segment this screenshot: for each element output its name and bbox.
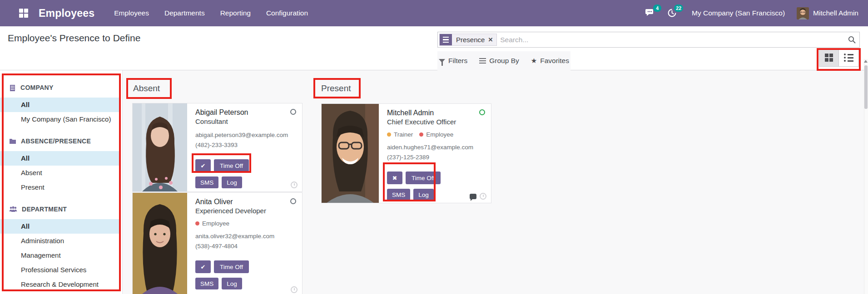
activity-clock-icon[interactable] <box>291 286 298 293</box>
facet-remove-icon[interactable]: ✕ <box>488 36 496 43</box>
tag-label: Employee <box>202 220 229 227</box>
menu-configuration[interactable]: Configuration <box>258 0 316 26</box>
messages-icon[interactable]: 4 <box>645 8 656 18</box>
menu-departments[interactable]: Departments <box>157 0 213 26</box>
card-body: Mitchell Admin Chief Executive Officer T… <box>379 104 491 203</box>
company-switcher[interactable]: My Company (San Francisco) <box>692 9 785 17</box>
menu-reporting[interactable]: Reporting <box>213 0 258 26</box>
folder-icon <box>9 138 16 144</box>
sidebar-section-company: COMPANY All My Company (San Francisco) <box>0 84 122 127</box>
top-navbar: Employees Employees Departments Reportin… <box>0 0 868 26</box>
log-button[interactable]: Log <box>222 176 242 188</box>
page-title: Employee's Presence to Define <box>8 33 140 44</box>
navbar-left: Employees Employees Departments Reportin… <box>0 0 316 26</box>
mark-present-button[interactable]: ✔ <box>195 159 211 172</box>
presence-button-row: ✔ Time Off <box>195 260 297 273</box>
search-icon[interactable] <box>844 32 859 47</box>
contact-button-row: SMS Log <box>195 278 297 289</box>
section-header-department: DEPARTMENT <box>9 206 122 213</box>
sidebar-item-department-all[interactable]: All <box>0 219 119 234</box>
favorites-button[interactable]: ★ Favorites <box>531 57 569 65</box>
tag-label: Employee <box>426 131 453 138</box>
employee-email[interactable]: abigail.peterson39@example.com <box>195 131 297 139</box>
tag-trainer[interactable]: Trainer <box>387 131 413 138</box>
sidebar-item-professional-services[interactable]: Professional Services <box>0 263 119 277</box>
employee-name[interactable]: Anita Oliver <box>195 197 297 206</box>
employee-card-anita-oliver[interactable]: Anita Oliver Experienced Developer Emplo… <box>132 192 303 294</box>
sidebar-item-company-all[interactable]: All <box>0 98 119 112</box>
time-off-button[interactable]: Time Off <box>214 260 249 273</box>
activity-clock-icon[interactable] <box>480 193 486 200</box>
favorites-label: Favorites <box>540 57 569 65</box>
contact-button-row: SMS Log <box>195 176 297 188</box>
sidebar-item-research-development[interactable]: Research & Development <box>0 277 119 292</box>
column-header-present[interactable]: Present <box>321 83 351 93</box>
facet-label: Presence <box>452 36 488 44</box>
time-off-button[interactable]: Time Off <box>214 159 249 172</box>
sms-button[interactable]: SMS <box>195 176 218 188</box>
sidebar-item-absent[interactable]: Absent <box>0 166 119 180</box>
sidebar-item-my-company[interactable]: My Company (San Francisco) <box>0 112 119 127</box>
log-button[interactable]: Log <box>413 189 434 201</box>
sidebar-item-presence-all[interactable]: All <box>0 151 119 166</box>
card-footer-icons <box>470 193 486 200</box>
card-body: Anita Oliver Experienced Developer Emplo… <box>187 193 302 294</box>
employee-photo <box>322 104 379 203</box>
user-menu[interactable]: Mitchell Admin <box>813 9 858 17</box>
message-bubble-icon[interactable] <box>470 194 476 199</box>
tag-dot-icon <box>419 132 423 137</box>
card-body: Abigail Peterson Consultant abigail.pete… <box>187 103 302 191</box>
menu-employees[interactable]: Employees <box>106 0 157 26</box>
sidebar-item-management[interactable]: Management <box>0 248 119 263</box>
tag-employee[interactable]: Employee <box>195 220 229 227</box>
kanban-view-button[interactable] <box>819 49 839 67</box>
employee-name[interactable]: Abigail Peterson <box>195 108 297 117</box>
section-label: DEPARTMENT <box>22 206 67 213</box>
main-content: COMPANY All My Company (San Francisco) A… <box>0 70 868 294</box>
log-button[interactable]: Log <box>222 278 242 289</box>
employee-name[interactable]: Mitchell Admin <box>387 108 486 118</box>
list-view-button[interactable] <box>839 49 859 67</box>
employee-phone[interactable]: (237)-125-2389 <box>387 153 486 162</box>
employee-photo <box>133 193 187 294</box>
sms-button[interactable]: SMS <box>195 278 218 289</box>
sms-button[interactable]: SMS <box>387 189 410 201</box>
employee-email[interactable]: aiden.hughes71@example.com <box>387 143 486 152</box>
app-brand[interactable]: Employees <box>39 7 94 20</box>
navbar-right: 4 22 My Company (San Francisco) <box>645 7 868 20</box>
groupby-facet-icon <box>440 34 452 45</box>
employee-phone[interactable]: (482)-233-3393 <box>195 141 297 149</box>
group-by-button[interactable]: Group By <box>479 57 519 65</box>
section-label: COMPANY <box>20 84 54 91</box>
apps-menu-icon[interactable] <box>19 9 28 18</box>
cross-icon: ✖ <box>392 175 397 181</box>
user-avatar-image <box>797 7 809 20</box>
employee-email[interactable]: anita.oliver32@example.com <box>195 232 297 240</box>
scroll-up-arrow[interactable] <box>864 60 868 63</box>
card-footer-icons <box>291 286 298 293</box>
control-panel: Employee's Presence to Define Presence ✕… <box>0 26 868 70</box>
mark-absent-button[interactable]: ✖ <box>387 172 402 184</box>
search-input[interactable] <box>497 32 844 47</box>
search-facet-presence[interactable]: Presence ✕ <box>439 34 497 46</box>
group-by-icon <box>479 57 486 65</box>
time-off-button[interactable]: Time Off <box>406 172 441 184</box>
activity-clock-icon[interactable] <box>291 181 298 188</box>
employee-phone[interactable]: (538)-497-4804 <box>195 242 297 250</box>
activities-icon[interactable]: 22 <box>667 8 678 18</box>
employee-card-abigail-peterson[interactable]: Abigail Peterson Consultant abigail.pete… <box>132 103 303 192</box>
tag-employee[interactable]: Employee <box>419 131 453 138</box>
mark-present-button[interactable]: ✔ <box>195 260 211 273</box>
employee-card-mitchell-admin[interactable]: Mitchell Admin Chief Executive Officer T… <box>321 103 491 203</box>
sidebar-item-present[interactable]: Present <box>0 180 119 195</box>
sidebar-item-administration[interactable]: Administration <box>0 234 119 248</box>
user-avatar[interactable] <box>797 7 809 20</box>
kanban-view-icon <box>825 54 833 62</box>
filters-button[interactable]: Filters <box>439 57 467 65</box>
list-view-icon <box>844 52 853 63</box>
scrollbar-thumb[interactable] <box>864 65 868 109</box>
check-icon: ✔ <box>201 264 206 270</box>
employee-job-title: Chief Executive Officer <box>387 118 486 127</box>
column-header-absent[interactable]: Absent <box>133 83 160 93</box>
employee-tags: Trainer Employee <box>387 130 486 138</box>
